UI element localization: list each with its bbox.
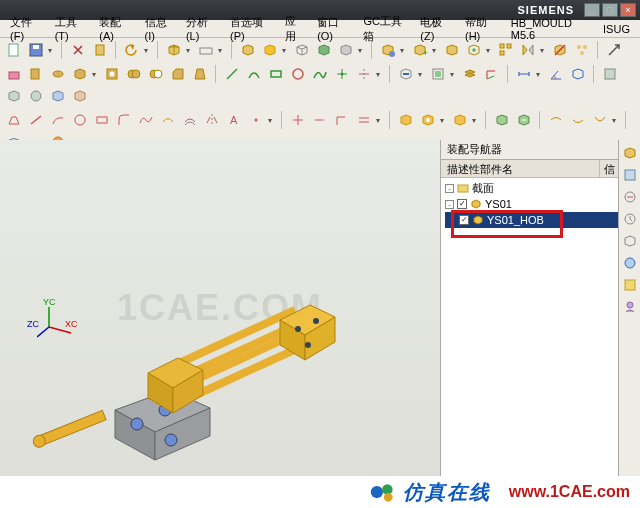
sketch-fillet-icon[interactable] bbox=[114, 110, 134, 130]
layer-icon[interactable] bbox=[460, 64, 480, 84]
corner-icon[interactable] bbox=[332, 110, 352, 130]
nav-history-icon[interactable] bbox=[621, 210, 639, 228]
menu-window[interactable]: 窗口(O) bbox=[311, 15, 357, 42]
trim-icon[interactable] bbox=[288, 110, 308, 130]
nav-part-icon[interactable] bbox=[621, 166, 639, 184]
new-icon[interactable] bbox=[4, 40, 24, 60]
yellow-cube-icon[interactable] bbox=[260, 40, 280, 60]
feature-box-icon[interactable] bbox=[70, 64, 90, 84]
dropdown-icon[interactable]: ▾ bbox=[358, 46, 366, 55]
pattern-component-icon[interactable] bbox=[496, 40, 516, 60]
suppress-icon[interactable] bbox=[550, 40, 570, 60]
tool-a-icon[interactable] bbox=[600, 64, 620, 84]
dropdown-icon[interactable]: ▾ bbox=[186, 46, 194, 55]
dropdown-icon[interactable]: ▾ bbox=[282, 46, 290, 55]
yellow-box-c-icon[interactable] bbox=[450, 110, 470, 130]
green-cube-icon[interactable] bbox=[314, 40, 334, 60]
curve-group-a-icon[interactable] bbox=[546, 110, 566, 130]
menu-gctoolbox[interactable]: GC工具箱 bbox=[357, 14, 414, 44]
tree-node-section[interactable]: - 截面 bbox=[445, 180, 636, 196]
tool-d-icon[interactable] bbox=[48, 86, 68, 106]
dropdown-icon[interactable]: ▾ bbox=[440, 116, 448, 125]
curve-trim-icon[interactable] bbox=[354, 64, 374, 84]
point-icon[interactable] bbox=[332, 64, 352, 84]
curve-group-c-icon[interactable] bbox=[590, 110, 610, 130]
dropdown-icon[interactable]: ▾ bbox=[486, 46, 494, 55]
tool-c-icon[interactable] bbox=[26, 86, 46, 106]
curve-group-b-icon[interactable] bbox=[568, 110, 588, 130]
extract-icon[interactable] bbox=[428, 64, 448, 84]
expand-icon[interactable]: - bbox=[445, 200, 454, 209]
sketch-offset-icon[interactable] bbox=[180, 110, 200, 130]
menu-file[interactable]: 文件(F) bbox=[4, 15, 49, 42]
hole-icon[interactable] bbox=[102, 64, 122, 84]
sketch-arc-icon[interactable] bbox=[48, 110, 68, 130]
3d-viewport[interactable]: 1CAE.COM bbox=[0, 140, 440, 476]
menu-electrode[interactable]: 电极(Z) bbox=[414, 15, 459, 42]
sketch-profile-icon[interactable] bbox=[4, 110, 24, 130]
dropdown-icon[interactable]: ▾ bbox=[536, 70, 544, 79]
add-component-icon[interactable]: + bbox=[410, 40, 430, 60]
tool-b-icon[interactable] bbox=[4, 86, 24, 106]
yellow-box-a-icon[interactable] bbox=[396, 110, 416, 130]
mirror-assembly-icon[interactable] bbox=[518, 40, 538, 60]
dropdown-icon[interactable]: ▾ bbox=[418, 70, 426, 79]
sketch-text-icon[interactable]: A bbox=[224, 110, 244, 130]
expand-icon[interactable]: - bbox=[445, 184, 454, 193]
draft-icon[interactable] bbox=[190, 64, 210, 84]
nav-browser-icon[interactable] bbox=[621, 254, 639, 272]
menu-hbmould[interactable]: HB_MOULD M5.6 bbox=[505, 17, 597, 41]
nav-reuse-icon[interactable] bbox=[621, 276, 639, 294]
undo-icon[interactable] bbox=[122, 40, 142, 60]
measure-body-icon[interactable] bbox=[568, 64, 588, 84]
dropdown-icon[interactable]: ▾ bbox=[472, 116, 480, 125]
menu-analysis[interactable]: 分析(L) bbox=[180, 15, 224, 42]
sketch-rect-icon[interactable] bbox=[92, 110, 112, 130]
sketch-curve-icon[interactable] bbox=[158, 110, 178, 130]
measure-distance-icon[interactable] bbox=[514, 64, 534, 84]
paste-icon[interactable] bbox=[90, 40, 110, 60]
assembly-cube-icon[interactable] bbox=[378, 40, 398, 60]
line-icon[interactable] bbox=[222, 64, 242, 84]
nav-model-icon[interactable] bbox=[621, 232, 639, 250]
sketch-line-icon[interactable] bbox=[26, 110, 46, 130]
dropdown-icon[interactable]: ▾ bbox=[400, 46, 408, 55]
rectangle-icon[interactable] bbox=[266, 64, 286, 84]
tree-node-ys01[interactable]: - ✓ YS01 bbox=[445, 196, 636, 212]
dropdown-icon[interactable]: ▾ bbox=[432, 46, 440, 55]
dropdown-icon[interactable]: ▾ bbox=[540, 46, 548, 55]
sketch-mirror-icon[interactable] bbox=[202, 110, 222, 130]
menu-preferences[interactable]: 首选项(P) bbox=[224, 15, 279, 42]
col-part-name[interactable]: 描述性部件名 bbox=[441, 160, 600, 177]
extrude-icon[interactable] bbox=[26, 64, 46, 84]
circle-icon[interactable] bbox=[288, 64, 308, 84]
extend-icon[interactable] bbox=[310, 110, 330, 130]
chamfer-icon[interactable] bbox=[168, 64, 188, 84]
spline-icon[interactable] bbox=[310, 64, 330, 84]
boolean-unite-icon[interactable] bbox=[124, 64, 144, 84]
nav-constraint-icon[interactable] bbox=[621, 188, 639, 206]
dropdown-icon[interactable]: ▾ bbox=[144, 46, 152, 55]
menu-isug[interactable]: ISUG bbox=[597, 23, 636, 35]
sketch-icon[interactable] bbox=[4, 64, 24, 84]
maximize-button[interactable]: □ bbox=[602, 3, 618, 17]
orient-icon[interactable] bbox=[196, 40, 216, 60]
tool-e-icon[interactable] bbox=[70, 86, 90, 106]
explode-icon[interactable] bbox=[572, 40, 592, 60]
green-box-a-icon[interactable] bbox=[492, 110, 512, 130]
wave-link-icon[interactable] bbox=[396, 64, 416, 84]
arrow-icon[interactable] bbox=[604, 40, 624, 60]
gray-cube-icon[interactable] bbox=[336, 40, 356, 60]
wcs-icon[interactable] bbox=[482, 64, 502, 84]
dropdown-icon[interactable]: ▾ bbox=[268, 116, 276, 125]
dropdown-icon[interactable]: ▾ bbox=[218, 46, 226, 55]
yellow-box-b-icon[interactable] bbox=[418, 110, 438, 130]
nav-assembly-icon[interactable] bbox=[621, 144, 639, 162]
close-button[interactable]: × bbox=[620, 3, 636, 17]
dropdown-icon[interactable]: ▾ bbox=[450, 70, 458, 79]
revolve-icon[interactable] bbox=[48, 64, 68, 84]
menu-info[interactable]: 信息(I) bbox=[139, 15, 180, 42]
dropdown-icon[interactable]: ▾ bbox=[376, 70, 384, 79]
sketch-spline-icon[interactable] bbox=[136, 110, 156, 130]
minimize-button[interactable]: _ bbox=[584, 3, 600, 17]
